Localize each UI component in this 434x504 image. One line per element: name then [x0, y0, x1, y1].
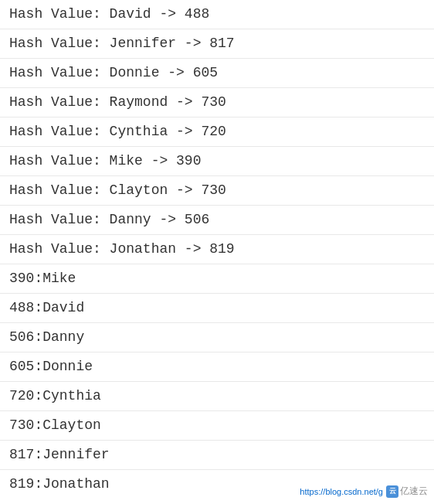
watermark-logo: 云 亿速云 — [386, 485, 428, 498]
watermark: https://blog.csdn.net/g 云 亿速云 — [300, 485, 428, 498]
list-item: 605:Donnie — [0, 352, 434, 382]
list-item: 817:Jennifer — [0, 441, 434, 470]
list-item: Hash Value: David -> 488 — [0, 0, 434, 29]
list-item: 720:Cynthia — [0, 382, 434, 411]
list-item: 390:Mike — [0, 264, 434, 294]
list-item: Hash Value: Raymond -> 730 — [0, 88, 434, 117]
logo-icon: 云 — [386, 485, 398, 498]
list-item: 488:David — [0, 294, 434, 323]
lines-container: Hash Value: David -> 488Hash Value: Jenn… — [0, 0, 434, 499]
list-item: Hash Value: Danny -> 506 — [0, 206, 434, 235]
list-item: Hash Value: Cynthia -> 720 — [0, 117, 434, 147]
watermark-url: https://blog.csdn.net/g — [300, 487, 383, 496]
list-item: Hash Value: Jennifer -> 817 — [0, 29, 434, 59]
list-item: Hash Value: Jonathan -> 819 — [0, 235, 434, 264]
logo-text: 亿速云 — [400, 485, 428, 498]
list-item: 730:Clayton — [0, 411, 434, 441]
list-item: 506:Danny — [0, 323, 434, 352]
list-item: Hash Value: Clayton -> 730 — [0, 176, 434, 206]
list-item: Hash Value: Mike -> 390 — [0, 147, 434, 176]
content-area: Hash Value: David -> 488Hash Value: Jenn… — [0, 0, 434, 504]
list-item: Hash Value: Donnie -> 605 — [0, 59, 434, 88]
